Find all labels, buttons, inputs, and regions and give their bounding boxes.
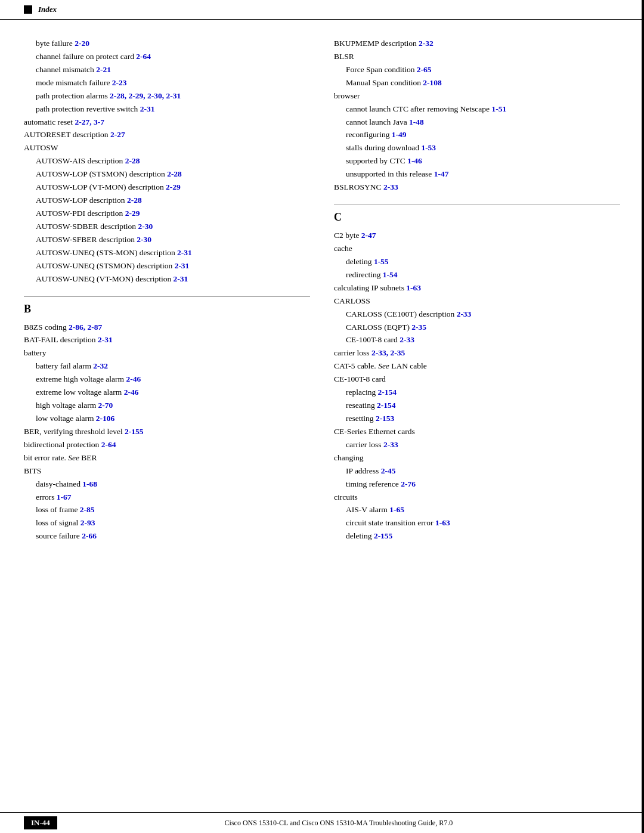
page-ref: 1-65 <box>389 505 404 514</box>
list-item: BER, verifying threshold level 2-155 <box>24 426 310 438</box>
header-square <box>24 5 32 14</box>
list-item: unsupported in this release 1-47 <box>334 168 620 181</box>
page-ref: 2-47 <box>361 231 376 240</box>
list-item: circuits <box>334 491 620 504</box>
list-item: BKUPMEMP description 2-32 <box>334 38 620 50</box>
page-ref: 2-28, 2-29, 2-30, 2-31 <box>110 91 181 100</box>
list-item: circuit state transition error 1-63 <box>334 517 620 529</box>
page-ref: 2-21 <box>96 65 111 74</box>
page-ref: 2-32 <box>419 39 434 48</box>
list-item: CE-Series Ethernet cards <box>334 426 620 438</box>
list-item: cannot launch CTC after removing Netscap… <box>334 103 620 116</box>
list-item: AUTOSW-SDBER description 2-30 <box>24 221 310 233</box>
list-item: CE-100T-8 card 2-33 <box>334 334 620 346</box>
list-item: CAT-5 cable. See LAN cable <box>334 360 620 373</box>
list-item: replacing 2-154 <box>334 386 620 399</box>
section-c-divider <box>334 205 620 205</box>
page-ref: 2-29 <box>125 209 140 218</box>
page-ref: 1-48 <box>409 117 424 126</box>
section-b-divider <box>24 296 310 297</box>
list-item: BAT-FAIL description 2-31 <box>24 334 310 346</box>
list-item: AIS-V alarm 1-65 <box>334 504 620 516</box>
list-item: redirecting 1-54 <box>334 269 620 281</box>
page-ref: 1-51 <box>491 104 506 113</box>
list-item: AUTOSW-LOP description 2-28 <box>24 194 310 207</box>
page-ref: 1-53 <box>421 143 436 152</box>
list-item: cache <box>334 243 620 255</box>
list-item: battery fail alarm 2-32 <box>24 360 310 373</box>
footer-title: Cisco ONS 15310-CL and Cisco ONS 15310-M… <box>57 819 620 828</box>
list-item: automatic reset 2-27, 3-7 <box>24 116 310 129</box>
list-item: path protection revertive switch 2-31 <box>24 103 310 116</box>
page-ref: 2-29 <box>166 182 181 191</box>
list-item: channel mismatch 2-21 <box>24 64 310 76</box>
page-ref: 2-46 <box>124 388 139 397</box>
page-ref: 2-31 <box>174 274 188 283</box>
page-ref: 1-55 <box>374 257 389 266</box>
list-item: AUTOSW-PDI description 2-29 <box>24 208 310 220</box>
page-ref: 1-68 <box>82 479 97 488</box>
list-item: calculating IP subnets 1-63 <box>334 282 620 295</box>
page-ref: 1-63 <box>435 518 450 527</box>
page-ref: 2-32 <box>93 361 108 370</box>
page-ref: 2-27, 3-7 <box>75 117 104 126</box>
page-ref: 2-46 <box>126 374 141 383</box>
list-item: CARLOSS (CE100T) description 2-33 <box>334 308 620 321</box>
list-item: deleting 1-55 <box>334 256 620 268</box>
page-ref: 2-23 <box>112 78 127 87</box>
list-item: byte failure 2-20 <box>24 38 310 50</box>
list-item: timing reference 2-76 <box>334 478 620 491</box>
right-border-line <box>642 0 644 833</box>
page-ref: 2-64 <box>136 52 151 61</box>
page-ref: 2-33 <box>400 335 414 344</box>
list-item: deleting 2-155 <box>334 530 620 543</box>
page-header: Index <box>0 0 644 20</box>
list-item: errors 1-67 <box>24 491 310 504</box>
list-item: daisy-chained 1-68 <box>24 478 310 491</box>
list-item: AUTOSW <box>24 142 310 154</box>
page-ref: 1-47 <box>434 169 449 178</box>
list-item: BLSR <box>334 51 620 63</box>
page-ref: 2-20 <box>75 39 89 48</box>
list-item: source failure 2-66 <box>24 530 310 543</box>
list-item: supported by CTC 1-46 <box>334 155 620 168</box>
list-item: Manual Span condition 2-108 <box>334 77 620 89</box>
main-content: byte failure 2-20 channel failure on pro… <box>0 20 644 543</box>
page-ref: 2-76 <box>401 479 416 488</box>
list-item: IP address 2-45 <box>334 465 620 478</box>
list-item: AUTOSW-LOP (STSMON) description 2-28 <box>24 168 310 181</box>
list-item: carrier loss 2-33 <box>334 439 620 451</box>
right-column: BKUPMEMP description 2-32 BLSR Force Spa… <box>322 38 620 543</box>
list-item: battery <box>24 347 310 360</box>
list-item: BSLROSYNC 2-33 <box>334 181 620 194</box>
list-item: AUTOSW-AIS description 2-28 <box>24 155 310 168</box>
list-item: C2 byte 2-47 <box>334 230 620 242</box>
list-item: browser <box>334 90 620 103</box>
page-ref: 2-154 <box>377 401 396 410</box>
page-ref: 2-33 <box>383 182 398 191</box>
page-ref: 1-63 <box>406 283 421 292</box>
page-ref: 2-27 <box>110 130 125 139</box>
page-ref: 2-65 <box>417 65 432 74</box>
section-c-label: C <box>334 211 620 224</box>
page-ref: 1-46 <box>407 156 422 165</box>
list-item: AUTOSW-UNEQ (STSMON) description 2-31 <box>24 260 310 272</box>
footer-title-text: Cisco ONS 15310-CL and Cisco ONS 15310-M… <box>225 819 453 827</box>
page-ref: 2-28 <box>125 156 140 165</box>
list-item: loss of frame 2-85 <box>24 504 310 516</box>
page-ref: 2-85 <box>80 505 95 514</box>
page-ref: 2-45 <box>381 466 396 475</box>
list-item: BITS <box>24 465 310 478</box>
list-item: bidirectional protection 2-64 <box>24 439 310 451</box>
page-ref: 2-31 <box>177 248 192 257</box>
page-ref: 2-66 <box>82 531 97 540</box>
list-item: carrier loss 2-33, 2-35 <box>334 347 620 360</box>
page-ref: 2-31 <box>140 104 155 113</box>
list-item: path protection alarms 2-28, 2-29, 2-30,… <box>24 90 310 103</box>
list-item: stalls during download 1-53 <box>334 142 620 154</box>
page-ref: 2-31 <box>175 261 190 270</box>
left-column: byte failure 2-20 channel failure on pro… <box>24 38 322 543</box>
page-ref: 1-54 <box>383 270 398 279</box>
page-ref: 2-106 <box>96 414 115 423</box>
list-item: cannot launch Java 1-48 <box>334 116 620 129</box>
